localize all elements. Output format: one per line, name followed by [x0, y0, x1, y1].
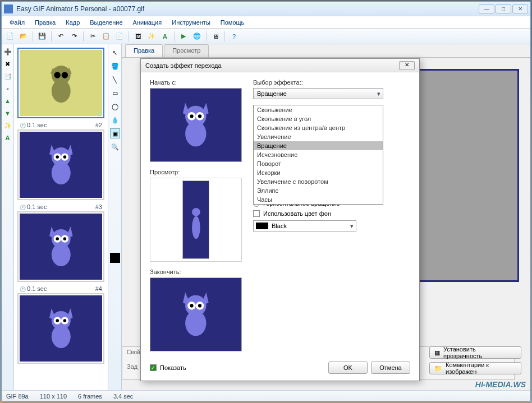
frame-thumb[interactable] [17, 211, 104, 282]
svg-point-12 [56, 155, 59, 159]
open-icon[interactable]: 📂 [17, 30, 30, 43]
svg-point-36 [190, 114, 194, 118]
svg-point-28 [56, 319, 59, 322]
set-transparency-button[interactable]: ▦ Установить прозрачность [429, 346, 521, 359]
status-duration: 3.4 sec [113, 393, 133, 400]
text-tool-icon[interactable]: A [3, 133, 13, 143]
svg-point-46 [190, 304, 194, 307]
cancel-button[interactable]: Отмена [371, 362, 410, 374]
frame-thumb[interactable] [17, 293, 104, 364]
redo-icon[interactable]: ↷ [68, 30, 80, 43]
move-up-icon[interactable]: ▲ [3, 96, 13, 106]
effect-dropdown: Скольжение Скольжение в угол Скольжение … [253, 105, 383, 205]
cut-icon[interactable]: ✂ [86, 30, 99, 43]
blank-icon[interactable]: ▫ [3, 84, 13, 94]
effect-label: Выбор эффекта:: [253, 79, 410, 86]
edit-tools: ↖ 🪣 ╲ ▭ ◯ 💧 ▣ 🔍 [108, 44, 122, 390]
effect-option[interactable]: Искорки [254, 168, 383, 177]
menu-animation[interactable]: Анимация [129, 18, 167, 27]
new-icon[interactable]: 📄 [4, 30, 16, 43]
svg-point-38 [192, 216, 200, 239]
color-swatch[interactable] [110, 253, 120, 263]
effect-option[interactable]: Поворот [254, 159, 383, 168]
bg-color-combo[interactable]: Black [253, 220, 356, 231]
ellipse-icon[interactable]: ◯ [110, 101, 120, 112]
svg-point-13 [63, 155, 66, 159]
color-swatch-icon [256, 223, 268, 229]
frame-index: #2 [95, 122, 102, 128]
add-frame-icon[interactable]: ➕ [3, 47, 13, 57]
menu-frame[interactable]: Кадр [61, 18, 84, 27]
svg-point-37 [198, 114, 201, 118]
duplicate-icon[interactable]: 📑 [3, 71, 13, 81]
eyedropper-icon[interactable]: 💧 [110, 115, 120, 125]
show-checkbox[interactable]: Показать [150, 364, 325, 371]
app-icon [4, 4, 13, 13]
transition-dialog: Создать эффект перехода ✕ Начать с: Прос… [140, 58, 420, 381]
end-preview [150, 277, 242, 351]
effect-combo[interactable]: Вращение [253, 88, 383, 99]
effect-option[interactable]: Увеличение [254, 132, 383, 141]
folder-icon: 📁 [434, 365, 442, 372]
fill-icon[interactable]: 🪣 [110, 61, 120, 71]
frames-panel: 0.1 sec #2 0.1 sec #3 0.1 sec #4 [14, 44, 108, 390]
titlebar: Easy GIF Animator 5 Personal - a00077.gi… [2, 2, 530, 16]
menu-tools[interactable]: Инструменты [167, 18, 215, 27]
menu-edit[interactable]: Правка [30, 18, 60, 27]
svg-point-20 [56, 237, 59, 240]
svg-point-21 [63, 237, 66, 240]
frame-thumb[interactable] [17, 48, 104, 118]
select-icon[interactable]: ▣ [110, 128, 120, 138]
save-icon[interactable]: 💾 [36, 30, 48, 43]
preview-icon[interactable]: 🖥 [209, 30, 222, 43]
animation-preview [150, 178, 242, 262]
image-icon[interactable]: 🖼 [132, 30, 144, 43]
paste-icon[interactable]: 📄 [113, 30, 126, 43]
effect-option[interactable]: Вращение [254, 141, 383, 150]
menu-selection[interactable]: Выделение [85, 18, 127, 27]
copy-icon[interactable]: 📋 [100, 30, 112, 43]
frame-index: #3 [95, 203, 102, 210]
dialog-close-button[interactable]: ✕ [399, 61, 415, 70]
play-icon[interactable]: ▶ [177, 30, 190, 43]
ok-button[interactable]: OK [328, 362, 368, 374]
menu-file[interactable]: Файл [5, 18, 29, 27]
move-down-icon[interactable]: ▼ [3, 108, 13, 118]
wand-icon[interactable]: ✨ [145, 30, 158, 43]
maximize-button[interactable]: □ [496, 4, 511, 13]
window-title: Easy GIF Animator 5 Personal - a00077.gi… [16, 5, 479, 13]
end-label: Закончить: [150, 268, 244, 275]
effect-icon[interactable]: ✨ [3, 121, 13, 131]
menubar: Файл Правка Кадр Выделение Анимация Инст… [2, 16, 530, 29]
menu-help[interactable]: Помощь [216, 18, 249, 27]
comments-button[interactable]: 📁 Комментарии к изображен [429, 362, 521, 374]
effect-option[interactable]: Исчезновение [254, 150, 383, 159]
transparency-icon: ▦ [434, 349, 440, 356]
globe-icon[interactable]: 🌐 [191, 30, 203, 43]
tab-edit[interactable]: Правка [125, 44, 163, 57]
dialog-titlebar: Создать эффект перехода ✕ [141, 59, 419, 72]
text-icon[interactable]: A [159, 30, 171, 43]
delete-frame-icon[interactable]: ✖ [3, 59, 13, 69]
effect-option[interactable]: Скольжение [254, 105, 383, 114]
close-button[interactable]: ✕ [512, 4, 528, 13]
pointer-icon[interactable]: ↖ [110, 48, 120, 58]
help-icon[interactable]: ? [228, 30, 240, 43]
frame-thumb[interactable] [17, 129, 104, 200]
effect-option[interactable]: Эллипс [254, 186, 383, 195]
minimize-button[interactable]: — [479, 4, 494, 13]
effect-option[interactable]: Скольжение из центра/в центр [254, 123, 383, 132]
tab-preview[interactable]: Просмотр [164, 44, 209, 57]
effect-option[interactable]: Увеличение с поворотом [254, 177, 383, 186]
statusbar: GIF 89a 110 x 110 6 frames 3.4 sec [2, 390, 530, 401]
effect-option[interactable]: Часы [254, 195, 383, 204]
line-icon[interactable]: ╲ [110, 75, 120, 85]
rect-icon[interactable]: ▭ [110, 88, 120, 98]
window-controls: — □ ✕ [479, 4, 528, 13]
frame-index: #4 [95, 285, 102, 292]
effect-option[interactable]: Скольжение в угол [254, 114, 383, 123]
svg-point-4 [54, 72, 60, 78]
undo-icon[interactable]: ↶ [54, 30, 67, 43]
use-bg-checkbox[interactable]: Использовать цвет фон [253, 210, 410, 217]
zoom-icon[interactable]: 🔍 [110, 142, 120, 152]
